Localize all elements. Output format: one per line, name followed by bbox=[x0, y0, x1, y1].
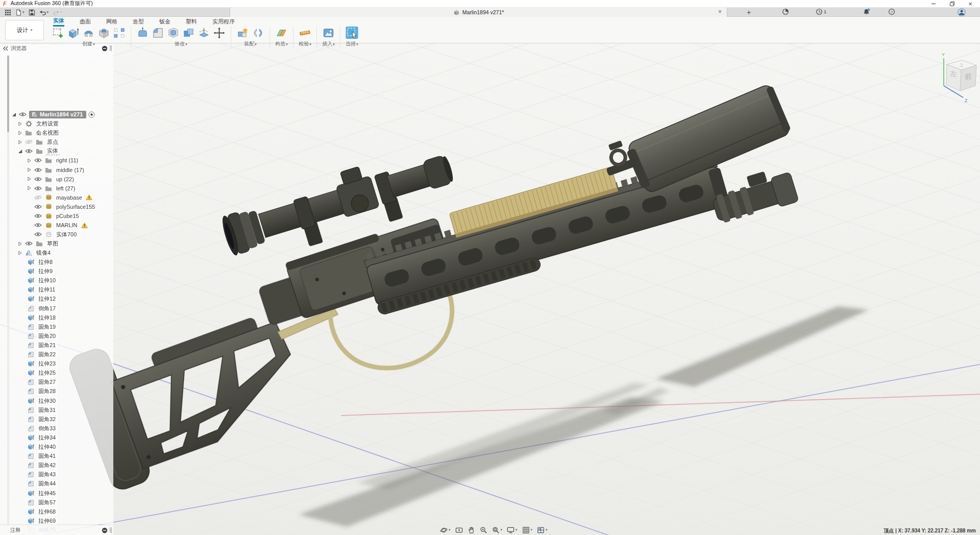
tree-item-label[interactable]: 拉伸23 bbox=[37, 360, 57, 368]
browser-tree-item[interactable]: 圆角31 bbox=[27, 405, 57, 415]
tree-item-label[interactable]: up (22) bbox=[55, 176, 76, 182]
tree-item-label[interactable]: 拉伸9 bbox=[37, 268, 54, 275]
tree-item-label[interactable]: 文档设置 bbox=[35, 120, 60, 128]
tree-item-label[interactable]: 草图 bbox=[45, 240, 60, 248]
collapse-browser-icon[interactable] bbox=[2, 46, 9, 51]
fit-icon[interactable]: ▾ bbox=[492, 526, 503, 534]
browser-tree-item[interactable]: 拉伸69 bbox=[27, 516, 57, 525]
visibility-eye-icon[interactable] bbox=[34, 204, 42, 209]
tree-item-label[interactable]: 圆角57 bbox=[37, 499, 57, 506]
orbit-icon[interactable]: ▾ bbox=[440, 526, 451, 534]
browser-tree-item[interactable]: 实体 bbox=[17, 147, 60, 156]
tree-item-label[interactable]: 圆角32 bbox=[37, 416, 57, 423]
revolve-icon[interactable] bbox=[82, 26, 95, 39]
tree-item-label[interactable]: 拉伸12 bbox=[37, 295, 57, 303]
new-tab-button[interactable]: + bbox=[744, 8, 753, 16]
group-label-create[interactable]: 创建▾ bbox=[82, 40, 95, 47]
tree-item-label[interactable]: 拉伸68 bbox=[37, 508, 57, 516]
expand-arrow-icon[interactable] bbox=[17, 251, 22, 255]
measure-icon[interactable] bbox=[298, 26, 312, 39]
press-pull-icon[interactable] bbox=[136, 26, 150, 39]
browser-tree-item[interactable]: 实体700 bbox=[27, 230, 78, 239]
group-label-inspect[interactable]: 检验▾ bbox=[299, 40, 311, 47]
help-icon[interactable]: ? bbox=[888, 8, 895, 15]
fillet-icon[interactable] bbox=[151, 26, 165, 39]
tree-item-label[interactable]: 圆角28 bbox=[37, 387, 57, 395]
tree-item-label[interactable]: mayabase bbox=[55, 194, 84, 201]
browser-tree-item[interactable]: 圆角32 bbox=[27, 415, 57, 424]
browser-tree-item[interactable]: polySurface155 bbox=[27, 202, 96, 211]
browser-tree-item[interactable]: 文档设置 bbox=[17, 119, 60, 128]
browser-tree-item[interactable]: 拉伸11 bbox=[27, 285, 57, 295]
tab-utilities[interactable]: 实用程序 bbox=[212, 18, 235, 26]
tree-item-label[interactable]: 圆角19 bbox=[37, 323, 57, 331]
tab-plastic[interactable]: 塑料 bbox=[186, 18, 197, 26]
tree-item-label[interactable]: 圆角27 bbox=[37, 378, 57, 386]
tree-item-label[interactable]: 拉伸18 bbox=[37, 314, 57, 322]
tree-item-label[interactable]: 拉伸25 bbox=[37, 369, 57, 377]
browser-tree-item[interactable]: 倒角17 bbox=[27, 304, 57, 313]
tree-item-label[interactable]: polySurface155 bbox=[55, 204, 96, 210]
create-sketch-icon[interactable] bbox=[51, 26, 65, 39]
user-avatar[interactable] bbox=[958, 8, 966, 16]
browser-tree-item[interactable]: 圆角28 bbox=[27, 387, 57, 396]
tree-item-label[interactable]: 拉伸40 bbox=[37, 443, 57, 451]
browser-tree-item[interactable]: 拉伸10 bbox=[27, 276, 57, 285]
expand-arrow-icon[interactable] bbox=[17, 121, 22, 126]
tree-item-label[interactable]: 拉伸45 bbox=[37, 490, 57, 497]
tree-item-label[interactable]: 拉伸34 bbox=[37, 434, 57, 442]
visibility-eye-icon[interactable] bbox=[34, 232, 42, 237]
browser-tree-item[interactable]: 拉伸9 bbox=[27, 267, 54, 276]
tab-solid[interactable]: 实体 bbox=[53, 17, 64, 27]
tree-item-label[interactable]: MARLIN bbox=[55, 222, 79, 228]
collapse-panel-icon[interactable] bbox=[102, 527, 108, 533]
browser-tree-item[interactable]: 拉伸40 bbox=[27, 443, 57, 452]
tree-item-label[interactable]: 倒角17 bbox=[37, 305, 57, 312]
tree-item-label[interactable]: 实体700 bbox=[55, 231, 78, 238]
tree-item-label[interactable]: 拉伸8 bbox=[37, 258, 54, 266]
job-status-clock-icon[interactable]: 1 bbox=[816, 8, 826, 15]
browser-tree-item[interactable]: 拉伸34 bbox=[27, 433, 57, 442]
tree-item-label[interactable]: 命名视图 bbox=[35, 129, 60, 137]
expand-arrow-icon[interactable] bbox=[27, 158, 32, 163]
expand-arrow-icon[interactable] bbox=[17, 149, 22, 154]
tree-item-label[interactable]: left (27) bbox=[55, 185, 77, 191]
visibility-eye-icon[interactable] bbox=[34, 195, 42, 200]
group-label-select[interactable]: 选择▾ bbox=[346, 40, 358, 47]
browser-tree-item[interactable]: left (27) bbox=[27, 184, 77, 193]
joint-icon[interactable] bbox=[251, 26, 265, 39]
browser-tree-item[interactable]: 拉伸30 bbox=[27, 396, 57, 405]
browser-tree-item[interactable]: 圆角20 bbox=[27, 331, 57, 341]
tree-item-label[interactable]: 倒角33 bbox=[37, 425, 57, 432]
browser-tree-item[interactable]: 倒角33 bbox=[27, 424, 57, 433]
pan-icon[interactable] bbox=[468, 526, 475, 534]
tab-surface[interactable]: 曲面 bbox=[80, 18, 91, 26]
expand-arrow-icon[interactable] bbox=[17, 131, 22, 135]
save-icon[interactable] bbox=[27, 9, 37, 16]
group-label-insert[interactable]: 插入▾ bbox=[322, 40, 335, 47]
notifications-bell-icon[interactable] bbox=[863, 8, 870, 16]
browser-tree-item[interactable]: 原点 bbox=[17, 137, 60, 147]
browser-tree-item[interactable]: 圆角41 bbox=[27, 452, 57, 461]
browser-tree-item[interactable]: 圆角42 bbox=[27, 461, 57, 470]
tree-item-label[interactable]: 圆角41 bbox=[37, 452, 57, 460]
browser-tree-item[interactable]: 草图 bbox=[17, 239, 60, 248]
tree-item-label[interactable]: 拉伸11 bbox=[37, 286, 57, 294]
expand-arrow-icon[interactable] bbox=[27, 186, 32, 190]
browser-tree-item[interactable]: 拉伸23 bbox=[27, 359, 57, 369]
expand-arrow-icon[interactable] bbox=[17, 241, 22, 246]
zoom-icon[interactable] bbox=[480, 526, 487, 534]
visibility-eye-icon[interactable] bbox=[34, 223, 42, 228]
close-tab-icon[interactable]: × bbox=[718, 8, 722, 15]
extensions-icon[interactable] bbox=[782, 8, 789, 15]
panel-resize-handle[interactable] bbox=[109, 527, 112, 533]
visibility-eye-icon[interactable] bbox=[34, 167, 42, 173]
browser-tree-item[interactable]: 拉伸45 bbox=[27, 489, 57, 498]
browser-tree-item[interactable]: 命名视图 bbox=[17, 128, 60, 137]
extrude-icon[interactable] bbox=[66, 26, 80, 39]
select-tool-icon[interactable] bbox=[345, 26, 359, 39]
move-icon[interactable] bbox=[212, 26, 226, 39]
browser-tree-item[interactable]: 拉伸68 bbox=[27, 507, 57, 516]
hole-icon[interactable] bbox=[97, 26, 111, 39]
comments-panel-bar[interactable]: 注释 bbox=[0, 525, 113, 535]
